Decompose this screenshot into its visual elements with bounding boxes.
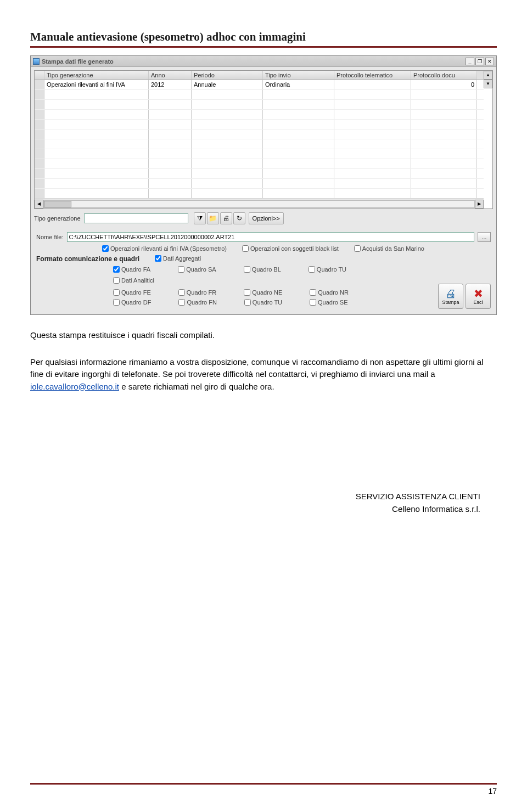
cell-protocollo-docu: 0	[411, 80, 477, 89]
esci-label: Esci	[473, 300, 483, 305]
cell-periodo: Annuale	[192, 80, 263, 89]
opzioni-button[interactable]: Opzioni>>	[249, 212, 284, 224]
cell-tipo-invio: Ordinaria	[263, 80, 334, 89]
chk-quadro-tu[interactable]: Quadro TU	[309, 266, 346, 273]
grid-row[interactable]	[35, 129, 484, 139]
grid-row[interactable]	[35, 120, 484, 129]
cell-anno: 2012	[149, 80, 192, 89]
page-number: 17	[488, 783, 497, 796]
chk-blacklist-box[interactable]	[242, 245, 249, 252]
p2-text-a: Per qualsiasi informazione rimaniamo a v…	[30, 357, 483, 379]
doc-header: Manuale antievasione (spesometro) adhoc …	[30, 30, 497, 48]
tipo-generazione-label: Tipo generazione	[34, 215, 81, 222]
chk-sanmarino-box[interactable]	[354, 245, 361, 252]
data-grid: Tipo generazione Anno Periodo Tipo invio…	[34, 70, 493, 209]
p2-text-b: e sarete richiamati nel giro di qualche …	[119, 382, 274, 391]
grid-row[interactable]	[35, 110, 484, 120]
chk-quadro-df[interactable]: Quadro DF	[113, 299, 151, 306]
grid-row[interactable]	[35, 189, 484, 199]
stampa-button[interactable]: 🖨 Stampa	[438, 284, 463, 309]
grid-row[interactable]	[35, 169, 484, 179]
tipo-generazione-input[interactable]	[84, 213, 188, 223]
chk-quadro-se[interactable]: Quadro SE	[310, 299, 347, 306]
horizontal-scrollbar[interactable]: ◀ ▶	[35, 199, 484, 208]
chk-dati-aggregati[interactable]: Dati Aggregati	[155, 255, 201, 262]
chk-quadro-fa[interactable]: Quadro FA	[113, 266, 150, 273]
chk-quadro-ne[interactable]: Quadro NE	[244, 289, 282, 296]
paragraph-2: Per qualsiasi informazione rimaniamo a v…	[30, 356, 497, 393]
chk-quadro-fe[interactable]: Quadro FE	[113, 289, 151, 296]
signature-block: SERVIZIO ASSISTENZA CLIENTI Celleno Info…	[30, 492, 497, 514]
col-protocollo-docu[interactable]: Protocollo docu	[411, 71, 477, 80]
grid-row[interactable]: Operazioni rilevanti ai fini IVA 2012 An…	[35, 80, 484, 90]
grid-row[interactable]	[35, 139, 484, 149]
filter-icon[interactable]: ⧩	[194, 212, 206, 224]
filter-toolbar: Tipo generazione ⧩ 📁 🖨 ↻ Opzioni>>	[31, 210, 496, 227]
scroll-down-arrow[interactable]: ▼	[484, 80, 492, 88]
chk-quadro-fn[interactable]: Quadro FN	[178, 299, 216, 306]
chk-quadro-tu2[interactable]: Quadro TU	[244, 299, 282, 306]
print-icon[interactable]: 🖨	[220, 212, 232, 224]
vertical-scrollbar[interactable]: ▲ ▼	[484, 71, 492, 208]
chk-blacklist[interactable]: Operazioni con soggetti black list	[242, 245, 339, 252]
grid-row[interactable]	[35, 100, 484, 110]
close-icon: ✖	[474, 287, 483, 300]
browse-button[interactable]: ...	[478, 232, 491, 242]
scroll-up-arrow[interactable]: ▲	[484, 71, 492, 80]
signature-line-2: Celleno Informatica s.r.l.	[30, 504, 480, 514]
form-area: Nome file: ... Operazioni rilevanti ai f…	[31, 227, 496, 314]
cell-tipo-generazione: Operazioni rilevanti ai fini IVA	[44, 80, 149, 89]
window-title: Stampa dati file generato	[42, 58, 466, 65]
nomefile-input[interactable]	[67, 232, 474, 242]
chk-spesometro[interactable]: Operazioni rilevanti ai fini IVA (Spesom…	[102, 245, 227, 252]
col-anno[interactable]: Anno	[149, 71, 192, 80]
chk-spesometro-box[interactable]	[102, 245, 109, 252]
chk-quadro-fr[interactable]: Quadro FR	[178, 289, 216, 296]
chk-dati-analitici[interactable]: Dati Analitici	[113, 277, 491, 284]
refresh-icon[interactable]: ↻	[233, 212, 245, 224]
chk-quadro-sa[interactable]: Quadro SA	[178, 266, 216, 273]
signature-line-1: SERVIZIO ASSISTENZA CLIENTI	[30, 492, 480, 501]
nomefile-label: Nome file:	[36, 234, 64, 240]
printer-icon: 🖨	[445, 287, 456, 300]
grid-header-row: Tipo generazione Anno Periodo Tipo invio…	[35, 71, 484, 80]
app-window: Stampa dati file generato _ ❐ ✕ Tipo gen…	[30, 55, 497, 315]
chk-quadro-bl[interactable]: Quadro BL	[244, 266, 281, 273]
grid-row[interactable]	[35, 159, 484, 169]
minimize-button[interactable]: _	[466, 58, 474, 65]
close-button[interactable]: ✕	[485, 58, 494, 65]
stampa-label: Stampa	[442, 300, 459, 305]
footer-divider	[30, 783, 497, 785]
chk-sanmarino[interactable]: Acquisti da San Marino	[354, 245, 424, 252]
col-periodo[interactable]: Periodo	[192, 71, 263, 80]
maximize-button[interactable]: ❐	[475, 58, 484, 65]
doc-title: Manuale antievasione (spesometro) adhoc …	[30, 30, 497, 44]
paragraph-1: Questa stampa restituisce i quadri fisca…	[30, 329, 497, 342]
formato-comunicazione-label: Formato comunicazione e quadri	[36, 255, 152, 263]
scroll-left-arrow[interactable]: ◀	[35, 200, 43, 208]
col-tipo-generazione[interactable]: Tipo generazione	[44, 71, 149, 80]
scroll-thumb[interactable]	[44, 201, 71, 207]
scroll-right-arrow[interactable]: ▶	[475, 200, 484, 208]
grid-row[interactable]	[35, 90, 484, 100]
row-selector[interactable]	[35, 80, 44, 89]
chk-quadro-nr[interactable]: Quadro NR	[310, 289, 349, 296]
col-protocollo-telematico[interactable]: Protocollo telematico	[334, 71, 411, 80]
scroll-track[interactable]	[43, 200, 475, 208]
contact-email-link[interactable]: iole.cavalloro@celleno.it	[30, 382, 119, 391]
col-tipo-invio[interactable]: Tipo invio	[263, 71, 334, 80]
chk-dati-aggregati-box[interactable]	[155, 255, 161, 262]
cell-protocollo	[334, 80, 411, 89]
grid-row[interactable]	[35, 149, 484, 159]
esci-button[interactable]: ✖ Esci	[466, 284, 491, 309]
grid-row[interactable]	[35, 179, 484, 189]
app-icon	[33, 58, 40, 65]
titlebar: Stampa dati file generato _ ❐ ✕	[31, 56, 496, 67]
folder-icon[interactable]: 📁	[207, 212, 219, 224]
grid-select-header	[35, 71, 44, 80]
chk-dati-analitici-box[interactable]	[113, 277, 120, 284]
